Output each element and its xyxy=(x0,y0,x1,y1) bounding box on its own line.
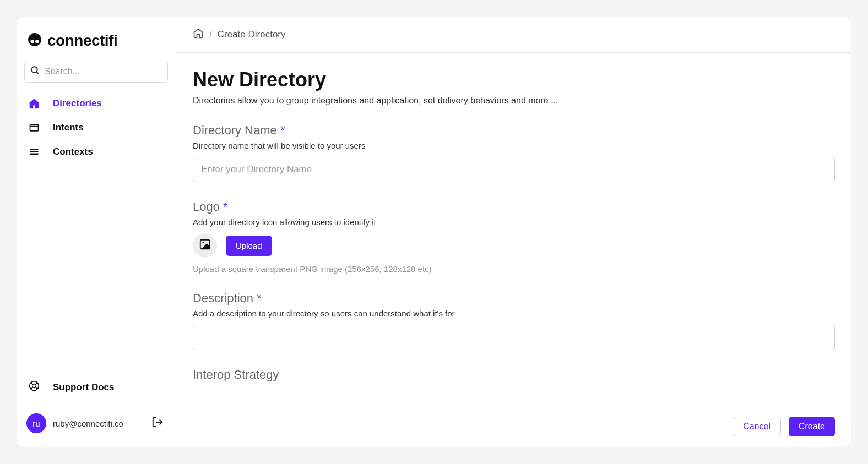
svg-line-4 xyxy=(36,72,39,74)
sidebar: connectifi Directories Intents xyxy=(17,17,176,447)
svg-line-13 xyxy=(36,383,37,384)
breadcrumb-separator: / xyxy=(209,29,212,40)
sidebar-item-label: Contexts xyxy=(53,146,93,157)
field-label: Description * xyxy=(193,291,835,305)
field-label: Directory Name * xyxy=(193,123,835,138)
avatar[interactable]: ru xyxy=(26,413,46,433)
cancel-button[interactable]: Cancel xyxy=(733,417,781,436)
logout-icon xyxy=(151,421,164,430)
field-label: Logo * xyxy=(193,200,835,214)
svg-rect-9 xyxy=(30,154,39,155)
svg-line-15 xyxy=(36,387,37,389)
page-title: New Directory xyxy=(193,68,835,91)
breadcrumb-current: Create Directory xyxy=(218,29,286,40)
support-docs-link[interactable]: Support Docs xyxy=(24,375,168,403)
user-section: ru ruby@connectifi.co xyxy=(24,410,168,436)
logo-preview xyxy=(193,233,217,258)
form-scroll-area: New Directory Directories allow you to g… xyxy=(176,53,851,447)
field-logo: Logo * Add your directory icon allowing … xyxy=(193,200,835,274)
sidebar-item-label: Intents xyxy=(53,122,84,133)
required-mark: * xyxy=(257,291,262,305)
breadcrumb: / Create Directory xyxy=(176,17,851,53)
svg-point-0 xyxy=(28,33,41,46)
window-icon xyxy=(29,122,40,133)
field-help: Directory name that will be visible to y… xyxy=(193,141,835,150)
required-mark: * xyxy=(280,123,285,137)
user-email: ruby@connectifi.co xyxy=(53,419,143,428)
svg-rect-7 xyxy=(30,149,39,150)
field-directory-name: Directory Name * Directory name that wil… xyxy=(193,123,835,182)
field-help: Add a description to your directory so u… xyxy=(193,309,835,318)
search-input[interactable] xyxy=(45,67,162,77)
svg-point-3 xyxy=(31,67,37,73)
sidebar-item-label: Directories xyxy=(53,98,102,109)
upload-button[interactable]: Upload xyxy=(226,236,272,256)
brand-name: connectifi xyxy=(47,32,117,50)
field-hint: Upload a square transparent PNG image (2… xyxy=(193,264,835,274)
help-icon xyxy=(29,380,40,394)
description-input[interactable] xyxy=(193,325,835,350)
sidebar-item-contexts[interactable]: Contexts xyxy=(24,141,168,163)
list-icon xyxy=(29,146,40,157)
create-button[interactable]: Create xyxy=(789,417,835,436)
field-interop-strategy: Interop Strategy xyxy=(193,368,835,382)
svg-rect-8 xyxy=(30,151,39,152)
field-help: Add your directory icon allowing users t… xyxy=(193,217,835,227)
support-docs-label: Support Docs xyxy=(53,382,114,393)
svg-point-2 xyxy=(35,40,39,43)
nav-list: Directories Intents Contexts xyxy=(24,92,168,163)
field-label: Interop Strategy xyxy=(193,368,835,382)
directory-name-input[interactable] xyxy=(193,157,835,182)
breadcrumb-home[interactable] xyxy=(193,28,204,41)
brand-logo: connectifi xyxy=(24,28,168,61)
svg-line-12 xyxy=(31,383,32,384)
svg-point-11 xyxy=(32,384,36,388)
field-description: Description * Add a description to your … xyxy=(193,291,835,350)
connectifi-logo-icon xyxy=(28,32,42,49)
main-content: / Create Directory New Directory Directo… xyxy=(176,17,851,447)
sidebar-item-intents[interactable]: Intents xyxy=(24,117,168,139)
footer-actions: Cancel Create xyxy=(176,406,851,447)
image-placeholder-icon xyxy=(199,238,211,253)
sidebar-item-directories[interactable]: Directories xyxy=(24,92,168,114)
search-icon xyxy=(30,65,40,78)
svg-line-14 xyxy=(31,387,32,389)
svg-point-1 xyxy=(30,40,34,43)
logout-button[interactable] xyxy=(149,414,166,433)
page-subtitle: Directories allow you to group integrati… xyxy=(193,96,835,106)
svg-rect-5 xyxy=(30,124,39,131)
svg-point-18 xyxy=(202,242,204,243)
required-mark: * xyxy=(223,200,228,214)
home-icon xyxy=(29,98,40,109)
search-box[interactable] xyxy=(24,61,168,83)
